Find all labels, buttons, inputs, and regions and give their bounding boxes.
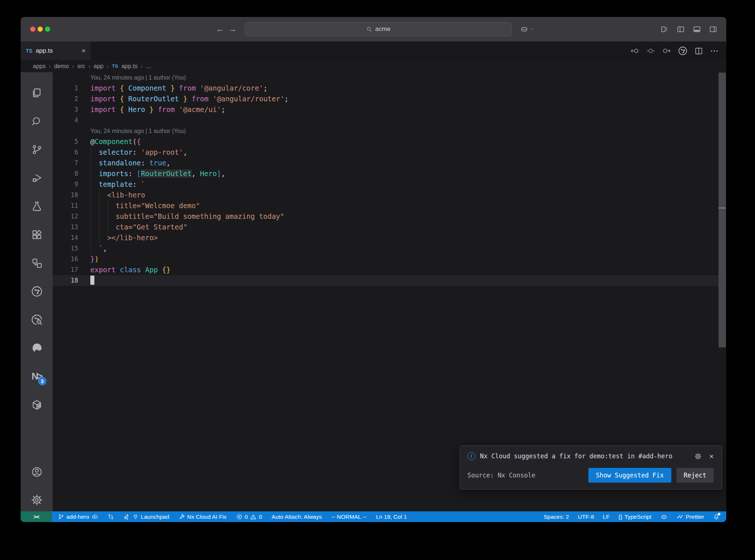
problems-item[interactable]: 0 0 [236,514,262,520]
sidebar-item-search[interactable] [21,107,53,135]
navigate-forward-button[interactable]: → [226,24,239,34]
sidebar-item-containers[interactable] [21,391,53,419]
files-icon [31,87,43,99]
notification-toast: i Nx Cloud suggested a fix for demo:test… [460,445,722,490]
auto-attach-item[interactable]: Auto Attach: Always [272,514,322,520]
navigate-back-button[interactable]: ← [214,24,226,34]
breadcrumb-file[interactable]: app.ts [121,63,138,70]
indent-guide [91,147,91,254]
code-text: @Component({ [90,136,726,147]
breadcrumb-symbol[interactable]: ... [146,63,151,70]
toggle-secondary-sidebar-icon[interactable] [709,25,717,34]
blame-text: You, 24 minutes ago | 1 author (You) [90,126,726,136]
copilot-status-item[interactable] [660,513,668,521]
split-editor-icon[interactable] [694,46,703,56]
previous-change-icon[interactable] [630,46,640,56]
extensions-icon [31,229,43,241]
breadcrumb-separator: › [107,63,109,69]
sidebar-item-account[interactable] [21,460,53,489]
breadcrumb-item[interactable]: app [94,63,104,70]
notifications-bell-item[interactable] [713,514,720,520]
code-line: 13 cta="Get Started" [53,222,726,232]
sidebar-item-testing[interactable] [21,192,53,220]
notification-settings-gear-icon[interactable] [694,452,702,460]
blame-text: You, 24 minutes ago | 1 author (You) [90,72,726,83]
rocket-icon [123,514,130,520]
sidebar-item-edge-tools[interactable] [21,334,53,362]
braces-icon: {} [618,514,622,520]
code-line: 3import { Hero } from '@acme/ui'; [53,104,726,115]
line-number: 7 [53,158,90,168]
sidebar-item-project-graph[interactable] [21,249,53,277]
code-line: 15 `, [53,243,726,254]
customize-layout-icon[interactable] [660,25,669,34]
git-branch-item[interactable]: add-hero [58,514,98,520]
code-line: 16}) [53,254,726,265]
notification-close-icon[interactable]: × [709,452,714,461]
remote-indicator[interactable]: >< [21,511,52,522]
maximize-window-button[interactable] [45,27,50,32]
toggle-primary-sidebar-icon[interactable] [676,25,685,34]
current-change-icon[interactable] [646,46,655,56]
sidebar-item-source-control[interactable] [21,135,53,164]
sidebar-item-run-debug[interactable] [21,164,53,192]
breadcrumb-item[interactable]: demo [54,63,69,70]
bell-badge-dot [718,513,720,515]
git-compare-item[interactable] [108,514,114,520]
breadcrumb-item[interactable]: apps [33,63,46,70]
show-suggested-fix-button[interactable]: Show Suggested Fix [588,468,671,483]
editor-scrollbar[interactable] [719,73,726,347]
nx-cloud-ai-fix-item[interactable]: Nx Cloud AI Fix [179,514,227,520]
line-number: 9 [53,179,90,190]
window-controls [30,17,50,41]
line-number: 15 [53,243,90,254]
code-line: 1import { Component } from '@angular/cor… [53,83,726,94]
blame-annotation-row: You, 24 minutes ago | 1 author (You) [53,72,726,83]
close-tab-icon[interactable]: × [81,47,86,55]
search-input[interactable]: acme [245,22,512,36]
close-window-button[interactable] [30,27,35,32]
minimize-window-button[interactable] [38,27,43,32]
copilot-menu-button[interactable] [520,25,535,34]
nx-graph-icon[interactable] [678,46,688,56]
indent-guide [99,190,100,243]
sidebar-item-nx[interactable]: N> 3 [21,362,53,391]
code-editor[interactable]: You, 24 minutes ago | 1 author (You)1imp… [53,72,726,511]
blame-annotation-row: You, 24 minutes ago | 1 author (You) [53,126,726,136]
next-change-icon[interactable] [662,46,671,56]
breadcrumb-separator: › [88,63,90,69]
sidebar-item-explorer[interactable] [21,78,53,107]
tab-app-ts[interactable]: TS app.ts × [21,42,91,60]
branch-name: add-hero [66,514,89,520]
nx-console-icon [31,285,43,298]
cursor-position-item[interactable]: Ln 18, Col 1 [376,514,407,520]
formatter-item[interactable]: ✓✓ Prettier [676,514,704,520]
language-mode-item[interactable]: {} TypeScript [618,514,651,520]
breadcrumb-separator: › [72,63,74,69]
sidebar-item-extensions[interactable] [21,220,53,249]
code-text [90,115,726,126]
reject-button[interactable]: Reject [676,468,714,483]
code-text: imports: [RouterOutlet, Hero], [90,168,726,179]
indentation-item[interactable]: Spaces: 2 [544,514,569,520]
encoding-item[interactable]: UTF-8 [578,514,594,520]
line-number [53,126,90,136]
notification-title: Nx Cloud suggested a fix for demo:test i… [480,452,690,460]
chevron-down-icon [530,27,535,31]
breadcrumb-item[interactable]: src [77,63,85,70]
launchpad-item[interactable]: Launchpad [123,514,169,520]
activity-bar: N> 3 [21,72,53,511]
code-text: export class App {} [90,265,726,275]
sidebar-item-nx-cloud[interactable] [21,305,53,334]
line-number: 2 [53,94,90,104]
toggle-panel-icon[interactable] [693,25,701,34]
code-text: cta="Get Started" [90,222,726,232]
sidebar-item-nx-console[interactable] [21,277,53,305]
code-line: 4 [53,115,726,126]
more-actions-icon[interactable] [710,46,719,56]
sidebar-item-settings[interactable] [21,489,53,511]
line-number: 18 [53,275,90,286]
eol-item[interactable]: LF [603,514,609,520]
line-number: 12 [53,211,90,222]
vim-mode-item[interactable]: -- NORMAL -- [331,514,366,520]
